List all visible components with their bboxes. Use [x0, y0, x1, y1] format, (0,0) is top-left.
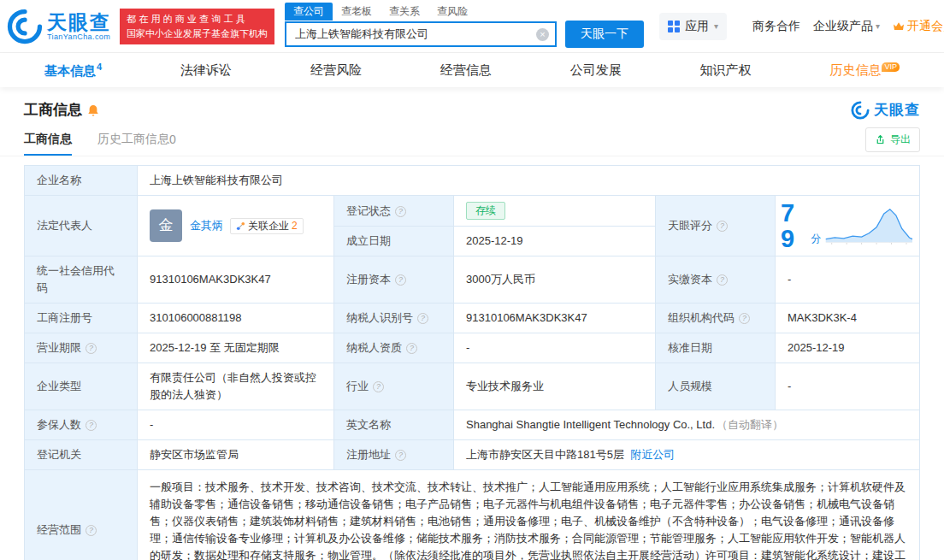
table-row: 企业名称 上海上铁智能科技有限公司: [25, 166, 920, 196]
link-enterprise-products[interactable]: 企业级产品: [813, 19, 880, 34]
field-label-english-name: 英文名称: [334, 410, 454, 440]
status-tag: 存续: [466, 202, 505, 220]
related-companies-badge[interactable]: 关联企业 2: [230, 218, 304, 234]
tab-business-info[interactable]: 工商信息: [24, 124, 72, 156]
help-icon[interactable]: [373, 381, 384, 392]
help-icon[interactable]: [417, 313, 428, 324]
chevron-down-icon: [876, 21, 880, 31]
field-value-insured-count: -: [138, 410, 334, 440]
field-value-reg-number: 310106000881198: [138, 304, 334, 333]
field-label-approval-date: 核准日期: [656, 333, 776, 363]
search-input[interactable]: [286, 28, 555, 41]
field-label-staff-size: 人员规模: [656, 363, 776, 410]
field-label-taxpayer-quality: 纳税人资质: [334, 333, 454, 363]
relation-graph-icon: [236, 221, 245, 231]
nav-history-info[interactable]: 历史信息VIP: [829, 62, 900, 79]
table-row: 统一社会信用代码 91310106MAK3DK3K47 注册资本 3000万人民…: [25, 256, 920, 304]
field-value-taxpayer-quality: -: [454, 333, 656, 363]
auto-translate-note: （自动翻译）: [717, 418, 783, 431]
table-row: 参保人数 - 英文名称 Shanghai Shangtie Intelligen…: [25, 410, 920, 440]
logo-title: 天眼查: [47, 12, 111, 32]
link-cooperation[interactable]: 商务合作: [752, 19, 800, 34]
export-button[interactable]: 导出: [865, 127, 920, 152]
logo-subtitle: TianYanCha.com: [47, 32, 111, 41]
business-info-section: 工商信息 天眼查 工商信息 历史工商信息0 导出: [0, 87, 944, 560]
field-label-industry: 行业: [334, 363, 454, 410]
field-label-reg-number: 工商注册号: [25, 304, 138, 333]
nav-legal[interactable]: 法律诉讼: [180, 62, 232, 79]
field-value-est-date: 2025-12-19: [454, 227, 656, 256]
field-label-org-code: 组织机构代码: [656, 304, 776, 333]
search-tab-risk[interactable]: 查风险: [428, 3, 476, 21]
crown-icon: [893, 21, 905, 32]
link-open-vip[interactable]: 开通会员: [893, 19, 944, 34]
help-icon[interactable]: [739, 313, 750, 324]
search-tab-company[interactable]: 查公司: [285, 3, 333, 21]
field-value-taxpayer-id: 91310106MAK3DK3K47: [454, 304, 656, 333]
search-tab-relation[interactable]: 查关系: [381, 3, 428, 21]
field-value-company-name: 上海上铁智能科技有限公司: [138, 166, 920, 196]
apps-label: 应用: [685, 19, 709, 34]
help-icon[interactable]: [717, 274, 728, 286]
tianyancha-logo-icon: [851, 101, 870, 120]
field-label-reg-capital: 注册资本: [334, 256, 454, 304]
nav-basic-count: 4: [97, 62, 102, 72]
field-value-reg-address: 上海市静安区天目中路181号5层 附近公司: [454, 440, 920, 470]
vip-badge: VIP: [882, 62, 900, 72]
slogan-line-2: 国家中小企业发展子基金旗下机构: [127, 27, 268, 41]
nav-intellectual-property[interactable]: 知识产权: [700, 62, 752, 79]
section-brand-logo: 天眼查: [851, 100, 920, 120]
apps-grid-icon: [668, 21, 680, 32]
search-button[interactable]: 天眼一下: [565, 21, 644, 48]
nav-basic-info[interactable]: 基本信息4: [44, 62, 102, 80]
legal-rep-avatar[interactable]: 金: [150, 209, 182, 242]
tab-history-business-info[interactable]: 历史工商信息0: [97, 124, 176, 156]
help-icon[interactable]: [86, 525, 97, 536]
field-label-reg-status: 登记状态: [334, 196, 454, 227]
subscribe-bell-icon[interactable]: [87, 103, 99, 117]
nav-operating-risk[interactable]: 经营风险: [310, 62, 362, 79]
field-label-legal-rep: 法定代表人: [25, 196, 138, 256]
export-icon: [875, 134, 886, 145]
help-icon[interactable]: [86, 420, 97, 431]
field-label-reg-address: 注册地址: [334, 440, 454, 470]
legal-rep-link[interactable]: 金其炳: [190, 217, 223, 234]
business-info-table: 企业名称 上海上铁智能科技有限公司 法定代表人 金 金其炳: [24, 165, 920, 560]
field-label-est-date: 成立日期: [334, 227, 454, 256]
search-tab-boss[interactable]: 查老板: [333, 3, 381, 21]
field-value-reg-capital: 3000万人民币: [454, 256, 656, 304]
field-value-reg-status: 存续: [454, 196, 656, 227]
field-value-paid-capital: -: [776, 256, 920, 304]
nav-operating-info[interactable]: 经营信息: [440, 62, 492, 79]
nearby-companies-link[interactable]: 附近公司: [630, 448, 675, 461]
field-label-taxpayer-id: 纳税人识别号: [334, 304, 454, 333]
field-value-staff-size: -: [776, 363, 920, 410]
help-icon[interactable]: [395, 206, 406, 217]
company-nav: 基本信息4 法律诉讼 经营风险 经营信息 公司发展 知识产权 历史信息VIP: [0, 53, 944, 87]
help-icon[interactable]: [395, 274, 406, 286]
field-label-score: 天眼评分: [656, 196, 776, 256]
field-value-reg-authority: 静安区市场监管局: [138, 440, 334, 470]
field-value-legal-rep: 金 金其炳 关联企业 2: [138, 196, 334, 256]
related-companies-count: 2: [292, 219, 298, 233]
table-row: 营业期限 2025-12-19 至 无固定期限 纳税人资质 - 核准日期 202…: [25, 333, 920, 363]
help-icon[interactable]: [406, 343, 417, 354]
slogan-line-1: 都在用的商业查询工具: [127, 12, 268, 27]
chevron-down-icon: [714, 21, 718, 31]
header-right: 应用 商务合作 企业级产品 开通会员 超级: [659, 13, 937, 40]
top-header: 天眼查 TianYanCha.com 都在用的商业查询工具 国家中小企业发展子基…: [0, 0, 944, 53]
field-value-company-type: 有限责任公司（非自然人投资或控股的法人独资）: [138, 363, 334, 410]
section-title: 工商信息: [24, 100, 82, 120]
help-icon[interactable]: [395, 450, 406, 461]
field-label-credit-code: 统一社会信用代码: [25, 256, 138, 304]
nav-company-development[interactable]: 公司发展: [570, 62, 622, 79]
table-row: 登记机关 静安区市场监管局 注册地址 上海市静安区天目中路181号5层 附近公司: [25, 440, 920, 470]
field-label-company-type: 企业类型: [25, 363, 138, 410]
tianyancha-logo[interactable]: 天眼查 TianYanCha.com: [7, 9, 111, 44]
clear-icon[interactable]: [536, 28, 549, 41]
help-icon[interactable]: [86, 343, 97, 354]
help-icon[interactable]: [717, 221, 728, 232]
apps-button[interactable]: 应用: [659, 13, 727, 40]
field-label-reg-authority: 登记机关: [25, 440, 138, 470]
table-row: 经营范围 一般项目：技术服务、技术开发、技术咨询、技术交流、技术转让、技术推广；…: [25, 470, 920, 560]
